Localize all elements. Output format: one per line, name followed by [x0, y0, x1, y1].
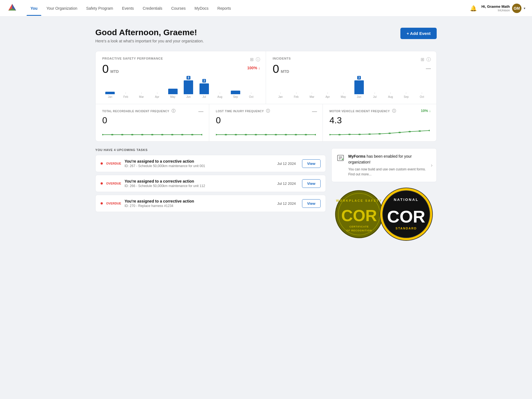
bar-group: Mar — [134, 79, 149, 98]
nav-link-reports[interactable]: Reports — [214, 4, 235, 13]
greeting-block: Good Afternoon, Graeme! Here's a look at… — [95, 28, 204, 43]
greeting-title: Good Afternoon, Graeme! — [95, 28, 204, 37]
incidents-card: INCIDENTS ⊞ ⓘ 0 MTD — JanFebMarAprMay3Ju… — [266, 51, 436, 104]
bar-group: 8Jun — [181, 79, 196, 98]
bar-label: Jul — [373, 95, 377, 98]
info-icon[interactable]: ⓘ — [256, 57, 260, 63]
bar-group: Jan — [102, 79, 118, 98]
nav-link-courses[interactable]: Courses — [167, 4, 190, 13]
nav-link-events[interactable]: Events — [118, 4, 138, 13]
info-icon[interactable]: ⓘ — [392, 109, 396, 114]
stat-label: LOST TIME INJURY FREQUENCY ⓘ — [216, 109, 316, 114]
svg-point-23 — [305, 134, 307, 135]
user-menu[interactable]: Hi, Graeme Math InUnison GM ▾ — [481, 4, 525, 13]
badges-area: WORKPLACE SAFETY COR CERTIFICATE OF RECO… — [331, 186, 437, 242]
svg-text:COR: COR — [341, 206, 377, 224]
stat-card-trif: TOTAL RECORDABLE INCIDENT FREQUENCY ⓘ0— — [96, 104, 209, 141]
cards-section: PROACTIVE SAFETY PERFORMANCE ⊞ ⓘ 0 MTD 1… — [95, 51, 437, 142]
svg-point-31 — [388, 133, 391, 134]
overdue-label: OVERDUE — [106, 182, 121, 185]
bar-tick — [251, 93, 251, 94]
export-icon[interactable]: ⊞ — [421, 57, 424, 63]
bar-label: May — [170, 95, 175, 98]
task-item: OVERDUE You're assigned to a corrective … — [95, 175, 326, 192]
svg-point-20 — [275, 134, 277, 135]
export-icon[interactable]: ⊞ — [250, 57, 254, 63]
svg-text:®: ® — [426, 231, 428, 234]
view-button[interactable]: View — [302, 179, 321, 188]
svg-point-5 — [121, 134, 124, 135]
nav-link-your-organization[interactable]: Your Organization — [42, 4, 81, 13]
bar-tick — [422, 93, 422, 94]
bar-group: May — [336, 79, 351, 98]
bar-label: Apr — [326, 95, 330, 98]
stat-value: 4.3 — [329, 115, 430, 126]
svg-point-3 — [102, 134, 104, 135]
proactive-safety-icons: ⊞ ⓘ — [250, 57, 260, 63]
stat-card-mvif: MOTOR VEHICLE INCIDENT FREQUENCY ⓘ4.310%… — [323, 104, 436, 141]
svg-text:NATIONAL: NATIONAL — [394, 198, 419, 202]
nav-link-you[interactable]: You — [27, 4, 41, 13]
proactive-safety-value: 0 — [102, 62, 109, 76]
svg-point-19 — [265, 134, 267, 135]
incidents-bar-chart: JanFebMarAprMay3JunJulAugSepOct — [273, 79, 430, 98]
overdue-dot — [101, 202, 103, 204]
task-info: You're assigned to a corrective action I… — [124, 199, 274, 208]
bar-group: Apr — [320, 79, 336, 98]
info-icon[interactable]: ⓘ — [266, 109, 270, 114]
myforms-content: MyForms has been enabled for your organi… — [348, 154, 431, 177]
bar-label: Apr — [155, 95, 159, 98]
bar-label: Jun — [186, 95, 191, 98]
svg-point-32 — [398, 132, 401, 133]
bell-icon[interactable]: 🔔 — [470, 5, 477, 12]
task-date: Jul 12 2024 — [277, 201, 296, 206]
proactive-safety-trend: 100% ↓ — [247, 66, 260, 70]
nav-link-credentials[interactable]: Credentials — [139, 4, 166, 13]
stat-card-ltif: LOST TIME INJURY FREQUENCY ⓘ0— — [209, 104, 323, 141]
chevron-right-icon[interactable]: › — [431, 162, 433, 168]
workplace-cor-badge: WORKPLACE SAFETY COR CERTIFICATE OF RECO… — [334, 189, 384, 239]
bottom-section: YOU HAVE 4 UPCOMING TASKS OVERDUE You're… — [95, 148, 437, 242]
svg-point-18 — [255, 134, 257, 135]
bar-tick — [280, 93, 281, 94]
incidents-trend: — — [426, 66, 431, 71]
svg-text:CERTIFICATE: CERTIFICATE — [349, 225, 369, 228]
bar-group: May — [165, 79, 181, 98]
bar-label: Jun — [357, 95, 361, 98]
user-name: Hi, Graeme Math — [481, 4, 510, 9]
bar-tick — [375, 93, 375, 94]
nav-link-mydocs[interactable]: MyDocs — [191, 4, 213, 13]
stat-label: TOTAL RECORDABLE INCIDENT FREQUENCY ⓘ — [102, 109, 202, 114]
line-chart — [216, 128, 316, 136]
bar-group: Oct — [243, 79, 259, 98]
nav-link-safety-program[interactable]: Safety Program — [82, 4, 117, 13]
bar: 8 — [184, 80, 193, 94]
tasks-list: OVERDUE You're assigned to a corrective … — [95, 155, 326, 212]
bar-tick — [296, 93, 296, 94]
svg-point-12 — [191, 134, 193, 135]
bar-group: Sep — [228, 79, 244, 98]
tasks-panel: YOU HAVE 4 UPCOMING TASKS OVERDUE You're… — [95, 148, 326, 242]
info-icon[interactable]: ⓘ — [426, 57, 431, 63]
stat-trend: 10% ↓ — [421, 109, 431, 113]
bar-group: Aug — [383, 79, 398, 98]
myforms-title: MyForms has been enabled for your organi… — [348, 154, 431, 165]
svg-point-8 — [151, 134, 154, 135]
view-button[interactable]: View — [302, 199, 321, 208]
bar-label: Jan — [108, 95, 112, 98]
bar-tick — [312, 93, 312, 94]
task-detail: ID: 266 - Schedule 50,000km maintenance … — [124, 184, 274, 188]
view-button[interactable]: View — [302, 159, 321, 168]
logo[interactable] — [7, 3, 18, 14]
bar-label: Mar — [310, 95, 314, 98]
proactive-safety-value-row: 0 MTD — [102, 62, 259, 76]
add-event-button[interactable]: + Add Event — [400, 28, 437, 39]
task-detail: ID: 270 - Replace harness #1234 — [124, 204, 274, 208]
svg-point-13 — [201, 134, 202, 135]
task-item: OVERDUE You're assigned to a corrective … — [95, 195, 326, 212]
svg-point-9 — [161, 134, 163, 135]
info-icon[interactable]: ⓘ — [172, 109, 176, 114]
bar-tick — [328, 93, 328, 94]
overdue-label: OVERDUE — [106, 202, 121, 205]
svg-point-33 — [408, 131, 411, 132]
